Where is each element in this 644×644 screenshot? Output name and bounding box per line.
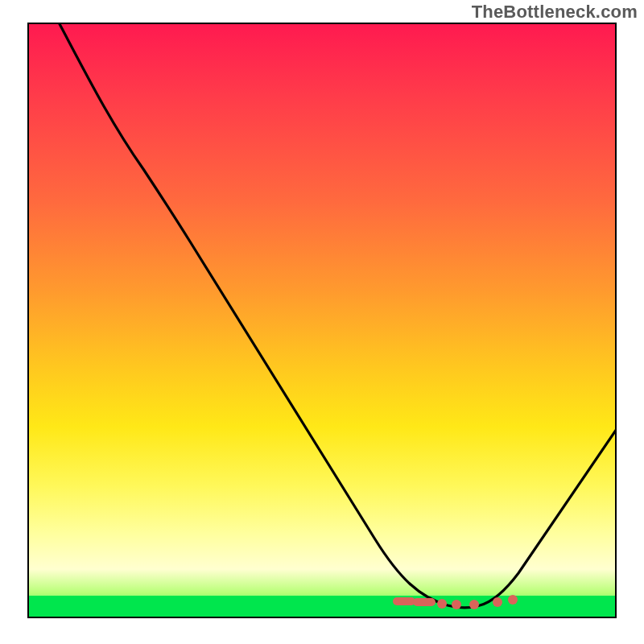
bottleneck-curve bbox=[29, 24, 615, 617]
plot-area bbox=[27, 23, 617, 618]
chart-container: TheBottleneck.com bbox=[0, 0, 644, 644]
watermark-label: TheBottleneck.com bbox=[472, 2, 638, 23]
